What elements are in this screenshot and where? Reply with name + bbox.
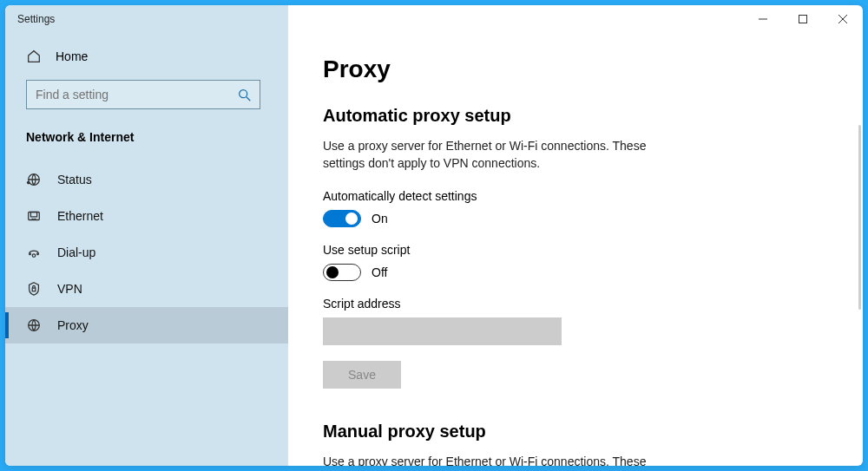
- auto-heading: Automatic proxy setup: [323, 106, 828, 126]
- sidebar-item-ethernet[interactable]: Ethernet: [5, 198, 288, 234]
- sidebar-category: Network & Internet: [5, 116, 288, 153]
- window-title: Settings: [17, 13, 55, 25]
- sidebar-navlist: Status Ethernet Dial-up: [5, 153, 288, 343]
- settings-window: Settings Home: [5, 5, 863, 466]
- sidebar-home[interactable]: Home: [5, 40, 288, 73]
- script-label: Use setup script: [323, 243, 828, 257]
- manual-desc: Use a proxy server for Ethernet or Wi-Fi…: [323, 454, 687, 466]
- svg-line-5: [247, 97, 251, 101]
- save-button[interactable]: Save: [323, 361, 401, 389]
- search-wrap: [5, 73, 288, 116]
- svg-point-7: [27, 181, 30, 185]
- search-input[interactable]: [36, 88, 237, 101]
- script-addr-label: Script address: [323, 297, 828, 311]
- detect-label: Automatically detect settings: [323, 189, 828, 203]
- svg-point-13: [32, 254, 36, 258]
- svg-rect-1: [799, 16, 807, 23]
- maximize-button[interactable]: [783, 5, 823, 33]
- sidebar-home-label: Home: [56, 49, 88, 63]
- svg-point-4: [240, 90, 247, 98]
- detect-toggle[interactable]: [323, 210, 361, 227]
- close-button[interactable]: [823, 5, 863, 33]
- sidebar-item-vpn[interactable]: VPN: [5, 271, 288, 307]
- svg-rect-9: [30, 213, 36, 217]
- sidebar-item-status[interactable]: Status: [5, 161, 288, 198]
- svg-point-15: [37, 253, 39, 255]
- script-address-input[interactable]: [323, 317, 562, 345]
- globe-icon: [26, 317, 42, 333]
- content-wrap: Proxy Automatic proxy setup Use a proxy …: [288, 33, 863, 466]
- toggle-knob: [345, 213, 358, 225]
- page-title: Proxy: [323, 56, 828, 83]
- sidebar-item-label: Proxy: [57, 318, 89, 332]
- detect-toggle-row: On: [323, 210, 828, 227]
- auto-desc: Use a proxy server for Ethernet or Wi-Fi…: [323, 138, 687, 172]
- script-toggle-row: Off: [323, 264, 828, 281]
- search-icon: [237, 88, 251, 101]
- close-icon: [838, 15, 847, 23]
- titlebar: Settings: [5, 5, 863, 33]
- toggle-knob: [326, 266, 339, 278]
- sidebar-item-proxy[interactable]: Proxy: [5, 307, 288, 343]
- shield-lock-icon: [26, 281, 42, 297]
- window-controls: [743, 5, 863, 33]
- ethernet-icon: [26, 208, 42, 224]
- home-icon: [26, 49, 42, 64]
- sidebar-item-label: Ethernet: [57, 209, 103, 223]
- sidebar-item-label: Status: [57, 173, 92, 186]
- script-state: Off: [372, 265, 387, 279]
- detect-state: On: [372, 212, 388, 226]
- search-box[interactable]: [26, 80, 260, 109]
- svg-point-14: [30, 253, 31, 255]
- sidebar: Home Network & Internet: [5, 5, 288, 466]
- sidebar-item-label: VPN: [57, 282, 82, 296]
- script-toggle[interactable]: [323, 264, 361, 281]
- maximize-icon: [799, 15, 807, 23]
- dialup-icon: [26, 245, 42, 260]
- manual-heading: Manual proxy setup: [323, 422, 828, 442]
- globe-network-icon: [26, 172, 42, 187]
- scrollbar[interactable]: [858, 125, 861, 310]
- minimize-button[interactable]: [743, 5, 783, 33]
- minimize-icon: [759, 15, 767, 23]
- sidebar-item-label: Dial-up: [57, 245, 95, 259]
- content-scroll[interactable]: Proxy Automatic proxy setup Use a proxy …: [288, 33, 863, 466]
- sidebar-item-dialup[interactable]: Dial-up: [5, 234, 288, 271]
- window-body: Home Network & Internet: [5, 33, 863, 466]
- svg-rect-16: [32, 288, 36, 291]
